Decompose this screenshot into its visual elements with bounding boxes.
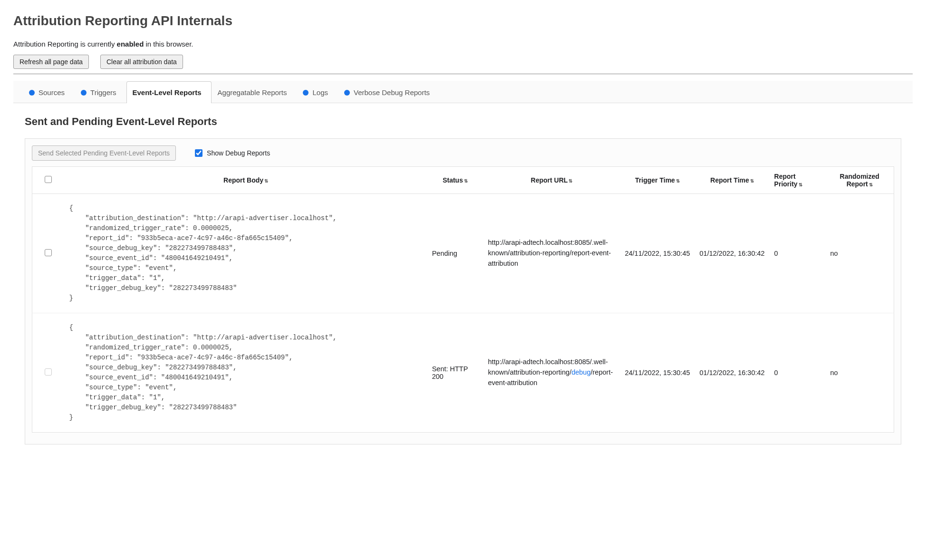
show-debug-checkbox[interactable] [195,149,203,157]
report-body: { "attribution_destination": "http://ara… [69,203,423,303]
row-checkbox [45,368,52,376]
sort-icon: ⇅ [264,178,268,183]
col-header-label: Status [443,176,463,184]
tab-label: Verbose Debug Reports [354,88,430,97]
tab-label: Triggers [90,88,116,97]
col-header-label: Report Priority [774,173,798,188]
col-header-label: Trigger Time [635,176,675,184]
cell-randomized: no [825,313,894,433]
cell-status: Sent: HTTP 200 [427,313,483,433]
status-prefix: Attribution Reporting is currently [13,40,117,48]
tab-event-level-reports[interactable]: Event-Level Reports [126,81,212,103]
sort-icon: ⇅ [869,182,873,187]
section-event-level-reports: Sent and Pending Event-Level Reports Sen… [13,103,913,459]
status-line: Attribution Reporting is currently enabl… [13,40,913,48]
col-header-priority[interactable]: Report Priority⇅ [770,167,826,194]
status-word: enabled [117,40,144,48]
url-debug-segment: debug [571,368,590,376]
row-checkbox[interactable] [45,249,52,256]
cell-report-time: 01/12/2022, 16:30:42 [695,194,770,313]
sort-icon: ⇅ [569,178,572,183]
cell-url: http://arapi-adtech.localhost:8085/.well… [483,194,620,313]
sort-icon: ⇅ [750,178,754,183]
col-header-label: Randomized Report [840,173,879,188]
cell-report-time: 01/12/2022, 16:30:42 [695,313,770,433]
col-header-label: Report Body [223,176,263,184]
cell-status: Pending [427,194,483,313]
status-suffix: in this browser. [144,40,193,48]
sort-icon: ⇅ [799,182,802,187]
cell-url: http://arapi-adtech.localhost:8085/.well… [483,313,620,433]
cell-priority: 0 [770,194,826,313]
table-row: { "attribution_destination": "http://ara… [32,194,894,313]
tab-sources[interactable]: Sources [23,81,75,103]
send-selected-button[interactable]: Send Selected Pending Event-Level Report… [32,145,176,161]
sort-icon: ⇅ [676,178,680,183]
cell-trigger-time: 24/11/2022, 15:30:45 [620,194,694,313]
reports-panel: Send Selected Pending Event-Level Report… [25,138,901,444]
sort-icon: ⇅ [464,178,468,183]
dot-icon [81,90,87,96]
show-debug-reports-toggle[interactable]: Show Debug Reports [193,148,270,158]
tab-verbose-debug-reports[interactable]: Verbose Debug Reports [338,81,440,103]
show-debug-label: Show Debug Reports [207,149,270,157]
col-header-trigger-time[interactable]: Trigger Time⇅ [620,167,694,194]
col-header-status[interactable]: Status⇅ [427,167,483,194]
reports-table: Report Body⇅ Status⇅ Report URL⇅ Trigger… [32,166,894,433]
cell-priority: 0 [770,313,826,433]
table-row: { "attribution_destination": "http://ara… [32,313,894,433]
panel-toolbar: Send Selected Pending Event-Level Report… [32,145,894,166]
dot-icon [303,90,309,96]
tab-label: Event-Level Reports [133,88,202,97]
top-buttons: Refresh all page data Clear all attribut… [13,55,913,69]
page-title: Attribution Reporting API Internals [13,13,913,29]
col-header-label: Report Time [710,176,749,184]
tabs-bar: Sources Triggers Event-Level Reports Agg… [13,81,913,103]
cell-trigger-time: 24/11/2022, 15:30:45 [620,313,694,433]
col-header-report-time[interactable]: Report Time⇅ [695,167,770,194]
col-header-body[interactable]: Report Body⇅ [65,167,427,194]
tab-triggers[interactable]: Triggers [75,81,126,103]
col-header-url[interactable]: Report URL⇅ [483,167,620,194]
dot-icon [29,90,35,96]
dot-icon [344,90,350,96]
section-heading: Sent and Pending Event-Level Reports [25,116,901,128]
report-body: { "attribution_destination": "http://ara… [69,323,423,423]
clear-button[interactable]: Clear all attribution data [100,55,183,69]
col-header-select [32,167,65,194]
tab-aggregatable-reports[interactable]: Aggregatable Reports [212,81,297,103]
col-header-randomized[interactable]: Randomized Report⇅ [825,167,894,194]
cell-randomized: no [825,194,894,313]
divider [13,74,913,74]
tab-label: Logs [312,88,328,97]
tab-label: Sources [39,88,65,97]
col-header-label: Report URL [531,176,568,184]
tab-label: Aggregatable Reports [218,88,287,97]
tab-logs[interactable]: Logs [297,81,338,103]
select-all-checkbox[interactable] [45,176,52,183]
refresh-button[interactable]: Refresh all page data [13,55,89,69]
